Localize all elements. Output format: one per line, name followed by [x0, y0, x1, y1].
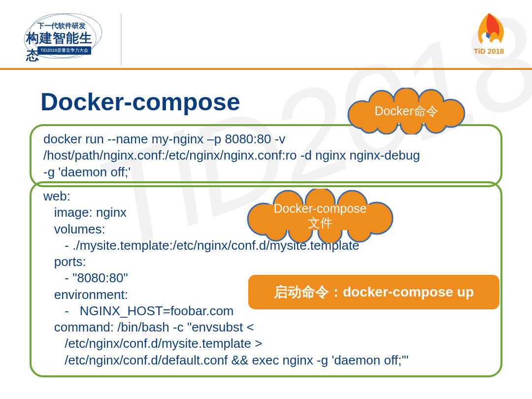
code-line: ports:: [43, 254, 489, 270]
conference-logo: 下一代软件研发 构建智能生态 TiD2018质量竞争力大会: [24, 14, 102, 58]
code-line: -g 'daemon off;': [43, 164, 489, 180]
start-command-text: 启动命令：docker-compose up: [274, 283, 474, 301]
cloud-compose-label-2: 文件: [308, 216, 332, 231]
code-line: /etc/nginx/conf.d/mysite.template >: [43, 335, 489, 352]
slide-header: 下一代软件研发 构建智能生态 TiD2018质量竞争力大会 TiD 2018: [0, 0, 532, 70]
code-line: /host/path/nginx.conf:/etc/nginx/nginx.c…: [43, 147, 489, 164]
flame-icon: [466, 11, 512, 48]
code-line: command: /bin/bash -c "envsubst <: [43, 319, 489, 335]
slide-title: Docker-compose: [40, 88, 240, 116]
cloud-docker-cmd-label: Docker命令: [374, 104, 438, 119]
header-separator: [121, 14, 122, 66]
tid-logo: TiD 2018: [466, 11, 512, 58]
cloud-compose-label-1: Docker-compose: [274, 201, 367, 216]
cloud-docker-cmd: Docker命令: [342, 88, 470, 134]
tid-label: TiD 2018: [466, 47, 512, 55]
logo-ribbon: TiD2018质量竞争力大会: [37, 46, 91, 55]
cloud-compose-file: Docker-compose 文件: [241, 189, 399, 243]
code-line: /etc/nginx/conf.d/default.conf && exec n…: [43, 352, 489, 368]
start-command-callout: 启动命令：docker-compose up: [248, 275, 499, 309]
